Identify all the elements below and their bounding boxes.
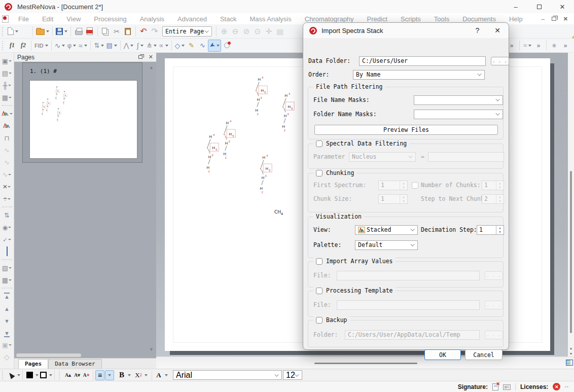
page-zoom-combo[interactable]: Entire Page <box>162 26 212 37</box>
undo-icon[interactable]: ↶ <box>138 25 149 38</box>
move-up-icon[interactable]: ▲ <box>0 302 14 314</box>
folder-name-masks-combo[interactable] <box>414 110 503 119</box>
parameter-combo[interactable]: Nucleus <box>349 152 416 162</box>
menu-mass-analysis[interactable]: Mass Analysis <box>243 13 298 24</box>
align-objects-icon[interactable]: ▤ <box>2 68 8 78</box>
parameters-icon[interactable]: ▤ <box>105 40 118 52</box>
resize-objects-icon[interactable]: ▦ <box>0 91 14 103</box>
superimpose-icon[interactable]: ∿ <box>0 144 14 156</box>
backup-checkbox[interactable] <box>316 317 322 324</box>
dropdown-arrow-icon[interactable] <box>10 113 13 115</box>
dropdown-arrow-icon[interactable] <box>9 279 12 281</box>
assignments-icon[interactable]: ∝ <box>158 40 169 52</box>
print-preview-icon[interactable]: ▤ <box>274 25 285 38</box>
dropdown-arrow-icon[interactable] <box>528 45 531 47</box>
compound-icon[interactable]: ◇ <box>174 40 186 52</box>
move-to-top-icon[interactable]: ▲ <box>4 292 10 301</box>
f1-button[interactable]: f1 <box>7 40 18 52</box>
font-color-button[interactable]: A <box>154 370 163 380</box>
image-tool-icon[interactable]: ▧ <box>2 263 8 272</box>
align-button[interactable]: ≡ <box>95 370 104 380</box>
dropdown-arrow-icon[interactable] <box>9 267 12 269</box>
dropdown-arrow-icon[interactable] <box>217 45 220 47</box>
stacked-plot-icon[interactable] <box>0 120 14 132</box>
stacked-view-icon[interactable] <box>2 109 9 118</box>
peak-picking-icon[interactable]: ⋀ <box>123 40 135 52</box>
fourier-transform-icon[interactable]: ∿ <box>54 40 66 52</box>
dropdown-arrow-icon[interactable] <box>8 174 11 175</box>
page-thumbnail-item[interactable]: 1. (1) # H4H5H3H2H4H5H3H2H4H5H3H2H4H5H3H… <box>22 62 142 163</box>
baseline-correction-icon[interactable]: ≈ <box>77 40 88 52</box>
dropdown-arrow-icon[interactable] <box>64 30 67 32</box>
draw-icon[interactable]: ✎ <box>186 40 197 52</box>
stroke-color-dropdown[interactable] <box>49 374 52 376</box>
dialog-help-button[interactable]: ? <box>475 26 479 34</box>
menu-advanced[interactable]: Advanced <box>171 13 213 24</box>
shrink-font-button[interactable]: A▾ <box>73 370 82 380</box>
panel-scroll-up-icon[interactable]: ▲ <box>149 65 154 70</box>
save-icon[interactable] <box>55 25 68 38</box>
subscript-dropdown[interactable] <box>145 374 148 376</box>
dropdown-arrow-icon[interactable] <box>46 30 49 32</box>
open-icon[interactable] <box>35 25 50 38</box>
signature-certificate-icon[interactable] <box>503 384 511 390</box>
arrange-objects-icon[interactable]: ▣ <box>0 55 14 67</box>
split-view-icon[interactable] <box>566 360 573 366</box>
dropdown-arrow-icon[interactable] <box>62 45 65 47</box>
grow-font-button[interactable]: A▴ <box>63 370 73 380</box>
mdi-close-button[interactable]: ✕ <box>563 16 568 22</box>
dropdown-arrow-icon[interactable] <box>15 30 18 32</box>
reference-icon[interactable]: ⇅ <box>93 40 105 52</box>
tab-data-browser[interactable]: Data Browser <box>48 359 101 369</box>
dropdown-arrow-icon[interactable] <box>154 45 157 47</box>
zoom-selection-icon[interactable]: ⊙ <box>252 25 263 38</box>
panel-float-icon[interactable] <box>138 55 142 59</box>
dropdown-arrow-icon[interactable] <box>130 45 133 47</box>
cube-3d-icon[interactable]: ◇ <box>0 351 14 363</box>
f2-button[interactable]: f2 <box>18 40 29 52</box>
redo-icon[interactable]: ↷ <box>149 25 160 38</box>
mdi-restore-button[interactable] <box>552 17 556 21</box>
delete-spectrum-icon[interactable]: × <box>3 182 8 191</box>
preview-files-button[interactable]: Preview Files <box>314 125 498 135</box>
fid-button[interactable]: FID <box>33 40 49 52</box>
cancel-button[interactable]: Cancel <box>465 349 503 360</box>
dropdown-arrow-icon[interactable] <box>165 45 168 47</box>
molecule-structure[interactable]: H4H5H3H2 <box>205 132 222 175</box>
dropdown-arrow-icon[interactable] <box>114 45 117 47</box>
show-hide-icon[interactable]: ◉ <box>0 221 14 233</box>
layout-table-icon[interactable]: ▦ <box>0 274 14 286</box>
number-of-chunks-spinner[interactable]: 1▲▼ <box>482 181 504 190</box>
stacked-view-icon[interactable] <box>0 108 14 120</box>
number-of-chunks-checkbox[interactable] <box>412 182 418 189</box>
file-name-masks-combo[interactable] <box>414 95 503 105</box>
window-close-button[interactable]: ✕ <box>551 0 574 13</box>
step-to-next-chunk-spinner[interactable]: 2▲▼ <box>482 194 504 204</box>
cube-3d-icon[interactable]: ◇ <box>4 352 10 362</box>
stacked-plot-icon[interactable] <box>3 121 11 130</box>
palette-combo[interactable]: Default <box>355 240 418 250</box>
template-file-browse-button[interactable]: . . . <box>485 301 503 309</box>
stroke-color-button[interactable] <box>39 370 48 380</box>
spectral-data-filtering-checkbox[interactable] <box>316 140 322 147</box>
bold-button[interactable]: B <box>117 370 126 380</box>
import-array-values-checkbox[interactable] <box>316 258 322 265</box>
overlay-icon[interactable]: ∿ <box>4 158 10 167</box>
menu-analysis[interactable]: Analysis <box>133 13 171 24</box>
dropdown-arrow-icon[interactable] <box>8 198 11 200</box>
show-hide-icon[interactable]: ◉ <box>3 223 8 232</box>
panel-scroll-down-icon[interactable]: ▼ <box>149 347 154 352</box>
move-to-bottom-icon[interactable]: ▼ <box>0 327 14 339</box>
vertical-scrollbar[interactable] <box>568 53 574 357</box>
molecule-structure[interactable]: H4H5H3H2 <box>280 91 298 134</box>
image-tool-icon[interactable]: ▧ <box>0 262 14 274</box>
resize-objects-icon[interactable]: ▦ <box>2 93 8 102</box>
menu-view[interactable]: View <box>60 13 87 24</box>
sort-spectra-icon[interactable]: ⇅ <box>0 209 14 221</box>
window-minimize-button[interactable]: – <box>504 0 527 13</box>
menu-edit[interactable]: Edit <box>35 13 60 24</box>
dialog-close-button[interactable]: ✕ <box>494 26 500 34</box>
layout-table-icon[interactable]: ▦ <box>2 275 8 284</box>
processing-template-checkbox[interactable] <box>316 288 322 294</box>
stack-table-icon[interactable] <box>0 245 14 258</box>
